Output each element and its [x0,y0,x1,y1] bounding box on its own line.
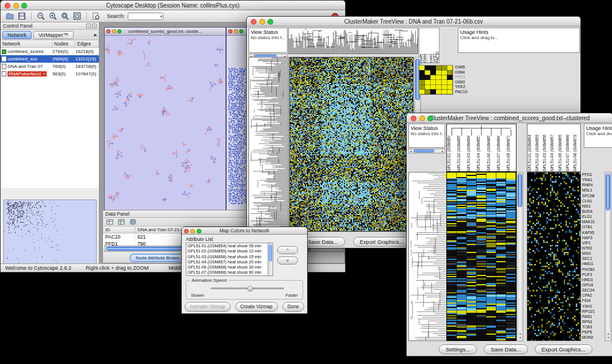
gene-label[interactable]: VIP1 [582,240,604,246]
row-dendrogram-canvas[interactable] [409,173,447,340]
network-row[interactable]: DNA and Tran 07 769(0) 183728(0) [1,63,99,70]
frame-zoom-button[interactable] [239,29,243,33]
gene-label[interactable]: MSI1 [582,251,604,256]
speed-slider[interactable] [211,288,284,289]
close-panel-icon[interactable]: × [92,24,97,28]
zoom-button[interactable] [197,229,201,233]
matrix-column-label[interactable]: PAC10 [435,28,439,63]
column-dendrogram-canvas[interactable] [447,124,516,136]
network-overview-thumbnail[interactable] [3,200,97,265]
frame-titlebar[interactable]: combined_scores_good.txt--cluste... [105,28,225,36]
create-vizmap-button[interactable]: Create Vizmap [235,302,278,312]
network-row[interactable]: combined_scores 2764(0) 16218(0) [1,48,99,55]
scrollbar-thumb[interactable] [518,174,522,207]
column-header-network[interactable]: Network [1,40,52,47]
slider-thumb[interactable] [247,286,253,292]
matrix-row-label[interactable]: YKE2 [455,85,478,90]
treeview-button[interactable]: Settings... [439,344,477,354]
move-up-button[interactable]: ^ [277,246,298,254]
column-label[interactable]: GPL51-02 (GSM855 [457,136,466,171]
gene-label[interactable]: SEC24 [582,288,604,293]
database-icon[interactable] [128,217,137,227]
dialog-titlebar[interactable]: Map Colors to Network [182,227,307,235]
treeview1-titlebar[interactable]: ClusterMaker TreeView : DNA and Tran 07-… [247,17,580,26]
column-dendrogram[interactable] [288,28,418,54]
tab-vizmapper[interactable]: VizMapper™ [33,31,74,39]
matrix-row-label[interactable]: GIM5 [455,65,478,70]
column-header-edges[interactable]: Edges [75,40,99,47]
column-header-nodes[interactable]: Nodes [52,40,75,47]
gene-label[interactable]: SPC98 [582,193,604,198]
gene-label[interactable]: GPI16 [582,282,604,288]
gene-label[interactable]: MSL1 [582,187,604,193]
column-header-id[interactable]: ID [103,227,135,233]
frame-close-button[interactable] [106,29,110,33]
node-attribute-browser-button[interactable]: Node Attribute Brows... [129,254,189,262]
column-label[interactable]: GPL51-04 (GSM857 [476,136,486,171]
scroll-up-icon[interactable]: ▲ [607,332,610,336]
minimize-button[interactable] [259,19,265,25]
row-dendrogram[interactable] [248,57,289,232]
column-label[interactable]: GPL51-03 (GSM856 [542,124,550,171]
gene-label[interactable]: NTR2 [582,246,604,251]
network-view-canvas[interactable] [105,36,225,212]
gene-label[interactable]: PUF3 [582,272,604,277]
frame-minimize-button[interactable] [112,29,116,33]
gene-label[interactable]: RPO21 [582,309,604,314]
main-window-titlebar[interactable]: Cytoscape Desktop (Session Name: collins… [1,1,345,10]
network-overview-canvas[interactable] [4,200,96,265]
correlation-matrix-canvas[interactable] [419,66,453,94]
matrix-row-label[interactable]: PFD1 [455,75,478,80]
done-button[interactable]: Done [282,302,304,312]
treeview-button[interactable]: Export Graphics... [535,344,592,354]
gene-label[interactable]: ELG1 [582,214,604,219]
treeview-button[interactable]: Export Graphics... [353,237,411,247]
attribute-item[interactable]: GPL51-07 (GSM868) heat shock 60 min [186,270,273,275]
gene-list-vscrollbar[interactable]: ▲ ▼ [605,172,611,341]
close-button[interactable] [184,229,189,233]
gene-label[interactable]: FIG4 [582,298,604,303]
matrix-row-label[interactable]: PAC10 [455,90,478,95]
column-label[interactable]: GPL51-03 (GSM856 [466,136,476,171]
zoom-button[interactable] [427,116,433,121]
combo-arrow-icon[interactable]: ▾ [160,13,163,20]
gene-label[interactable]: MON2 [582,335,604,340]
frame-minimize-button[interactable] [234,29,238,33]
correlation-matrix[interactable] [419,65,453,95]
scroll-up-icon[interactable]: ▲ [519,332,522,336]
zoom-button[interactable] [21,3,27,9]
minimize-button[interactable] [190,229,195,233]
gene-label[interactable]: YRA1 [582,177,604,182]
list-vscrollbar[interactable] [267,243,273,275]
column-label[interactable]: GPL51-02 (GSM855 [535,124,542,171]
gene-label[interactable]: MAK31 [582,219,604,224]
attribute-item[interactable]: GPL51-01 (GSM854) heat shock 05 min [186,243,273,248]
gene-label[interactable]: HMG1 [582,261,604,266]
column-label[interactable]: GPL51-07 (GSM866 [496,136,506,171]
column-label[interactable]: GPL51-04 (GSM857 [550,124,557,171]
gene-label[interactable]: GTB1 [582,224,604,229]
treeview2-titlebar[interactable]: ClusterMaker TreeView : combined_scores_… [407,113,612,123]
frame-close-button[interactable] [228,29,232,33]
heatmap-view-right[interactable] [527,172,581,341]
scrollbar-thumb[interactable] [414,150,434,152]
gene-label[interactable]: YSH1 [582,304,604,309]
gene-label[interactable]: RPN1 [582,319,604,324]
edge-table-icon[interactable] [117,217,126,227]
float-panel-icon[interactable]: ▫ [86,24,91,28]
gene-label[interactable]: PHO81 [582,267,604,272]
gene-label[interactable]: CLN1 [582,198,604,204]
matrix-row-label[interactable]: GIM3 [455,80,478,85]
minimize-button[interactable] [419,116,425,121]
gene-label[interactable]: SEC1 [582,256,604,261]
row-dendrogram[interactable] [408,172,447,341]
column-label[interactable]: GPL51-08 (GSM872 [506,136,516,171]
column-label[interactable]: GPL51-08 (GSM872 [573,124,580,171]
heatmap-canvas-right[interactable] [527,173,580,340]
minimize-button[interactable] [13,3,19,9]
frame-zoom-button[interactable] [117,29,121,33]
node-table-icon[interactable] [105,217,114,227]
annotation-icon[interactable] [91,12,101,21]
tab-network[interactable]: Network [2,31,32,39]
column-label[interactable]: GPL51-01 (GSM854 [447,136,457,171]
